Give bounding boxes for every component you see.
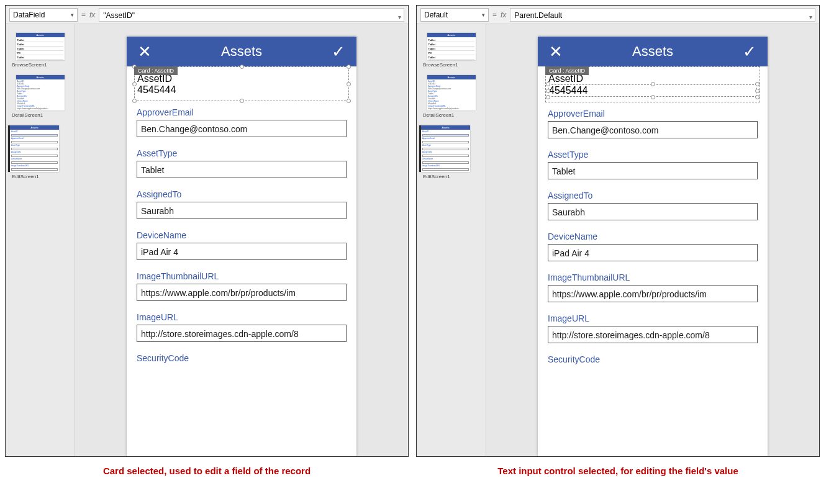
screen-thumbnails: Assets Tablet Tablet Tablet PC Tablet Br… — [6, 24, 75, 456]
field-label: AssignedTo — [548, 191, 758, 200]
field-input[interactable]: Ben.Change@contoso.com — [548, 121, 758, 138]
field-input[interactable]: Tablet — [137, 161, 347, 178]
left-editor-frame: DataField ▾ = fx "AssetID" ▾ Assets Tabl… — [5, 5, 409, 457]
formula-text: Parent.Default — [514, 11, 562, 20]
thumb-edit[interactable]: Assets AssetID ApproverEmail AssetType A… — [8, 125, 59, 172]
chevron-down-icon: ▾ — [398, 11, 401, 24]
thumb-browse[interactable]: Assets Tablet Tablet Tablet PC Tablet — [427, 33, 476, 60]
close-icon[interactable]: ✕ — [138, 42, 152, 61]
formula-input[interactable]: "AssetID" ▾ — [99, 8, 404, 22]
card-assettype[interactable]: AssetType Tablet — [538, 143, 768, 184]
card-devicename[interactable]: DeviceName iPad Air 4 — [538, 225, 768, 266]
formula-text: "AssetID" — [103, 11, 135, 20]
field-input[interactable]: Saurabh — [548, 203, 758, 220]
field-label: AssetType — [548, 150, 758, 160]
formula-bar: DataField ▾ = fx "AssetID" ▾ — [6, 6, 408, 24]
field-label: ApproverEmail — [548, 109, 758, 119]
screen-thumbnails: Assets Tablet Tablet Tablet PC Tablet Br… — [417, 24, 486, 456]
card-imageurl[interactable]: ImageURL http://store.storeimages.cdn-ap… — [538, 307, 768, 348]
fx-icon: fx — [89, 11, 95, 19]
check-icon[interactable]: ✓ — [332, 42, 345, 61]
right-caption: Text input control selected, for editing… — [416, 466, 820, 476]
thumb-browse[interactable]: Assets Tablet Tablet Tablet PC Tablet — [16, 33, 65, 60]
app-header: ✕ Assets ✓ — [127, 37, 356, 66]
property-dropdown[interactable]: Default ▾ — [420, 8, 489, 22]
field-input[interactable]: 4545444 — [137, 84, 346, 96]
card-assignedto[interactable]: AssignedTo Saurabh — [127, 183, 356, 224]
card-imagethumbnailurl[interactable]: ImageThumbnailURL https://www.apple.com/… — [127, 265, 356, 306]
app-title: Assets — [221, 43, 262, 60]
field-input[interactable]: iPad Air 4 — [137, 243, 347, 260]
thumb-detail-label: DetailScreen1 — [12, 112, 72, 118]
equals-label: = — [492, 11, 497, 19]
chevron-down-icon: ▾ — [809, 11, 812, 24]
field-label: ImageThumbnailURL — [548, 272, 758, 282]
close-icon[interactable]: ✕ — [549, 42, 563, 61]
left-caption: Card selected, used to edit a field of t… — [5, 466, 409, 476]
chevron-down-icon: ▾ — [71, 12, 74, 18]
field-label: SecurityCode — [137, 353, 347, 363]
thumb-detail-label: DetailScreen1 — [423, 112, 483, 118]
field-input[interactable]: Tablet — [548, 162, 758, 179]
card-approveremail[interactable]: ApproverEmail Ben.Change@contoso.com — [127, 101, 356, 142]
field-label: DeviceName — [548, 232, 758, 241]
thumb-browse-label: BrowseScreen1 — [12, 62, 72, 68]
thumb-detail[interactable]: Assets AssetID4545444 ApproverEmailBen.C… — [16, 75, 65, 110]
property-dropdown[interactable]: DataField ▾ — [9, 8, 78, 22]
formula-bar: Default ▾ = fx Parent.Default ▾ — [417, 6, 819, 24]
card-imagethumbnailurl[interactable]: ImageThumbnailURL https://www.apple.com/… — [538, 266, 768, 307]
fx-icon: fx — [501, 11, 506, 19]
property-name: Default — [424, 11, 448, 19]
app-preview: ✕ Assets ✓ Card : AssetID AssetID 454544… — [538, 37, 768, 456]
thumb-edit-label: EditScreen1 — [12, 174, 72, 179]
field-label: ImageURL — [137, 312, 347, 322]
field-input[interactable]: http://store.storeimages.cdn-apple.com/8 — [548, 326, 758, 343]
card-assettype[interactable]: AssetType Tablet — [127, 142, 356, 183]
field-input[interactable]: http://store.storeimages.cdn-apple.com/8 — [137, 325, 347, 342]
canvas: ✕ Assets ✓ Card : AssetID AssetID 454544… — [486, 24, 819, 456]
text-input-selected[interactable]: 4545444 — [548, 84, 757, 97]
right-editor-frame: Default ▾ = fx Parent.Default ▾ Assets T… — [416, 5, 820, 457]
app-title: Assets — [632, 43, 673, 60]
selection-tag: Card : AssetID — [545, 66, 589, 75]
thumb-detail[interactable]: Assets AssetID4545444 ApproverEmailBen.C… — [427, 75, 476, 110]
field-input[interactable]: https://www.apple.com/br/pr/products/im — [137, 284, 347, 301]
card-imageurl[interactable]: ImageURL http://store.storeimages.cdn-ap… — [127, 306, 356, 347]
field-input[interactable]: Saurabh — [137, 202, 347, 219]
thumb-edit[interactable]: Assets AssetID ApproverEmail AssetType A… — [419, 125, 470, 172]
card-assignedto[interactable]: AssignedTo Saurabh — [538, 184, 768, 225]
field-label: ApproverEmail — [137, 107, 347, 117]
check-icon[interactable]: ✓ — [743, 42, 756, 61]
property-name: DataField — [13, 11, 45, 19]
formula-input[interactable]: Parent.Default ▾ — [510, 8, 815, 22]
field-label: AssignedTo — [137, 189, 347, 199]
thumb-edit-label: EditScreen1 — [423, 174, 483, 179]
card-securitycode[interactable]: SecurityCode — [538, 348, 768, 372]
card-securitycode[interactable]: SecurityCode — [127, 347, 356, 371]
field-label: ImageURL — [548, 313, 758, 323]
chevron-down-icon: ▾ — [482, 12, 485, 18]
card-approveremail[interactable]: ApproverEmail Ben.Change@contoso.com — [538, 102, 768, 143]
canvas: ✕ Assets ✓ Card : AssetID AssetID 454544… — [75, 24, 408, 456]
field-input[interactable]: https://www.apple.com/br/pr/products/im — [548, 285, 758, 302]
field-input[interactable]: Ben.Change@contoso.com — [137, 120, 347, 137]
thumb-browse-label: BrowseScreen1 — [423, 62, 483, 68]
card-devicename[interactable]: DeviceName iPad Air 4 — [127, 224, 356, 265]
equals-label: = — [81, 11, 86, 19]
app-header: ✕ Assets ✓ — [538, 37, 768, 66]
field-label: AssetType — [137, 148, 347, 158]
field-input[interactable]: iPad Air 4 — [548, 244, 758, 261]
selection-tag: Card : AssetID — [134, 66, 178, 75]
field-label: ImageThumbnailURL — [137, 271, 347, 281]
field-label: SecurityCode — [548, 354, 758, 364]
app-preview: ✕ Assets ✓ Card : AssetID AssetID 454544… — [127, 37, 356, 456]
field-label: DeviceName — [137, 230, 347, 240]
